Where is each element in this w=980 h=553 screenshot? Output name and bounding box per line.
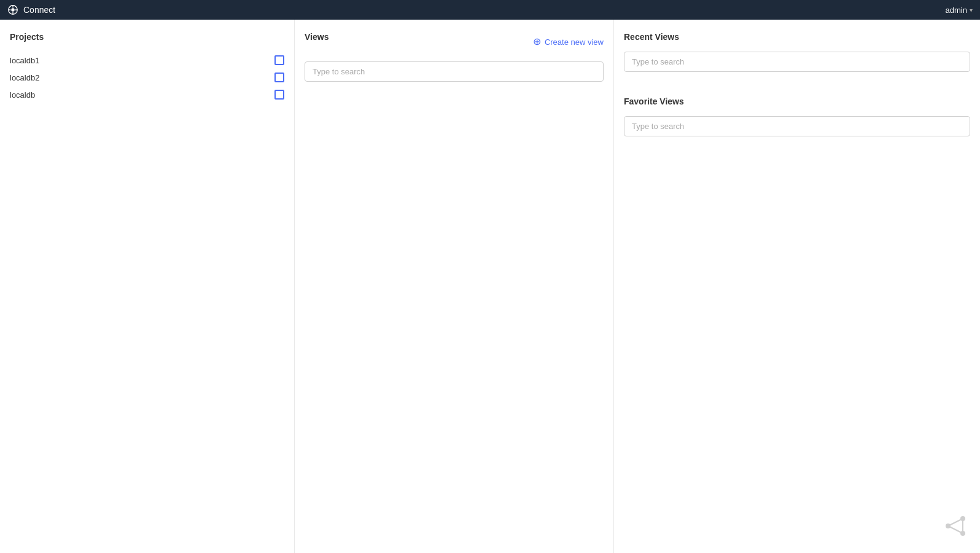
recent-views-search-input[interactable] <box>624 52 970 72</box>
main-content: Projects localdb1 localdb2 localdb Views… <box>0 20 980 553</box>
svg-line-10 <box>948 526 963 533</box>
views-panel: Views ⊕ Create new view <box>295 20 614 553</box>
recent-panel: Recent Views Favorite Views <box>614 20 980 553</box>
bottom-logo <box>943 514 968 541</box>
svg-point-1 <box>11 8 14 11</box>
brand-logo-icon <box>943 514 968 538</box>
svg-line-9 <box>948 519 963 526</box>
user-label: admin <box>946 6 967 15</box>
project-item-localdb1[interactable]: localdb1 <box>10 52 284 69</box>
create-new-view-button[interactable]: ⊕ Create new view <box>533 37 604 47</box>
projects-panel: Projects localdb1 localdb2 localdb <box>0 20 295 553</box>
projects-title: Projects <box>10 32 284 42</box>
views-search-input[interactable] <box>305 61 604 82</box>
app-title: Connect <box>23 5 55 15</box>
plus-circle-icon: ⊕ <box>533 37 541 47</box>
project-expand-icon[interactable] <box>274 73 284 82</box>
user-menu[interactable]: admin ▾ <box>946 6 973 15</box>
views-title: Views <box>305 32 329 42</box>
project-item-localdb2[interactable]: localdb2 <box>10 69 284 86</box>
app-logo-icon <box>7 4 18 15</box>
favorite-views-section: Favorite Views <box>624 96 970 136</box>
views-header: Views ⊕ Create new view <box>305 32 604 52</box>
chevron-down-icon: ▾ <box>970 7 973 14</box>
project-expand-icon[interactable] <box>274 90 284 100</box>
create-new-view-label: Create new view <box>545 37 604 47</box>
project-expand-icon[interactable] <box>274 55 284 65</box>
recent-views-title: Recent Views <box>624 32 970 42</box>
topbar: Connect admin ▾ <box>0 0 980 20</box>
project-name: localdb2 <box>10 73 39 82</box>
favorite-views-search-input[interactable] <box>624 116 970 136</box>
project-name: localdb <box>10 90 35 100</box>
favorite-views-title: Favorite Views <box>624 96 970 106</box>
project-item-localdb[interactable]: localdb <box>10 86 284 103</box>
project-name: localdb1 <box>10 56 39 65</box>
topbar-left: Connect <box>7 4 55 15</box>
